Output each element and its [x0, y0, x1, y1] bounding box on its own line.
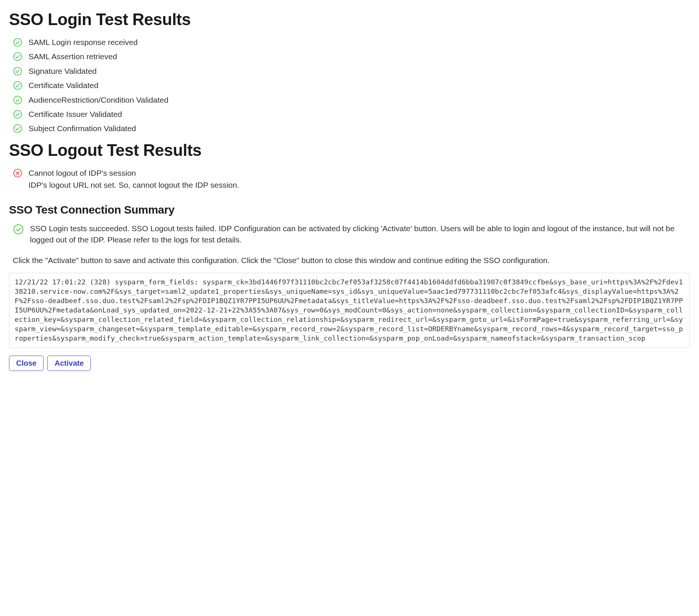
check-circle-icon — [13, 81, 22, 90]
check-circle-icon — [13, 37, 22, 47]
login-result-item: Subject Confirmation Validated — [13, 123, 690, 134]
login-result-label: SAML Login response received — [28, 37, 690, 48]
login-result-label: Certificate Issuer Validated — [28, 109, 690, 120]
summary-title: SSO Test Connection Summary — [9, 202, 690, 218]
svg-point-3 — [14, 82, 22, 90]
login-result-item: AudienceRestriction/Condition Validated — [13, 94, 690, 106]
summary-text: SSO Login tests succeeded. SSO Logout te… — [30, 224, 675, 244]
login-result-item: SAML Login response received — [13, 37, 690, 48]
logout-result-item: Cannot logout of IDP's session IDP's log… — [13, 167, 690, 191]
svg-point-4 — [14, 96, 22, 104]
activate-button[interactable]: Activate — [47, 356, 91, 371]
login-result-label: Subject Confirmation Validated — [28, 123, 690, 134]
check-circle-icon — [13, 124, 22, 133]
logout-result-detail: IDP's logout URL not set. So, cannot log… — [28, 179, 690, 191]
login-result-label: Certificate Validated — [28, 80, 690, 91]
login-result-item: SAML Assertion retrieved — [13, 51, 690, 62]
log-output[interactable]: 12/21/22 17:01:22 (328) sysparm_form_fie… — [9, 273, 690, 348]
check-circle-icon — [13, 224, 24, 235]
svg-point-0 — [14, 38, 22, 46]
login-result-item: Signature Validated — [13, 66, 690, 77]
logout-results-title: SSO Logout Test Results — [9, 138, 690, 162]
login-result-item: Certificate Issuer Validated — [13, 109, 690, 120]
login-results-list: SAML Login response received SAML Assert… — [13, 37, 690, 135]
x-circle-icon — [13, 168, 22, 178]
svg-point-8 — [14, 225, 23, 234]
summary-note: Click the "Activate" button to save and … — [13, 255, 690, 266]
summary-block: SSO Login tests succeeded. SSO Logout te… — [13, 223, 690, 266]
check-circle-icon — [13, 66, 22, 76]
logout-results-list: Cannot logout of IDP's session IDP's log… — [13, 167, 690, 191]
check-circle-icon — [13, 95, 22, 105]
svg-point-2 — [14, 67, 22, 75]
close-button[interactable]: Close — [9, 356, 44, 371]
login-result-label: Signature Validated — [28, 66, 690, 77]
login-result-item: Certificate Validated — [13, 80, 690, 91]
check-circle-icon — [13, 52, 22, 61]
check-circle-icon — [13, 109, 22, 119]
svg-point-6 — [14, 125, 22, 133]
login-result-label: AudienceRestriction/Condition Validated — [28, 94, 690, 106]
svg-point-5 — [14, 110, 22, 118]
dialog-button-row: Close Activate — [9, 356, 690, 371]
svg-point-1 — [14, 53, 22, 61]
login-results-title: SSO Login Test Results — [9, 7, 690, 31]
logout-result-label: Cannot logout of IDP's session — [28, 167, 690, 179]
login-result-label: SAML Assertion retrieved — [28, 51, 690, 62]
